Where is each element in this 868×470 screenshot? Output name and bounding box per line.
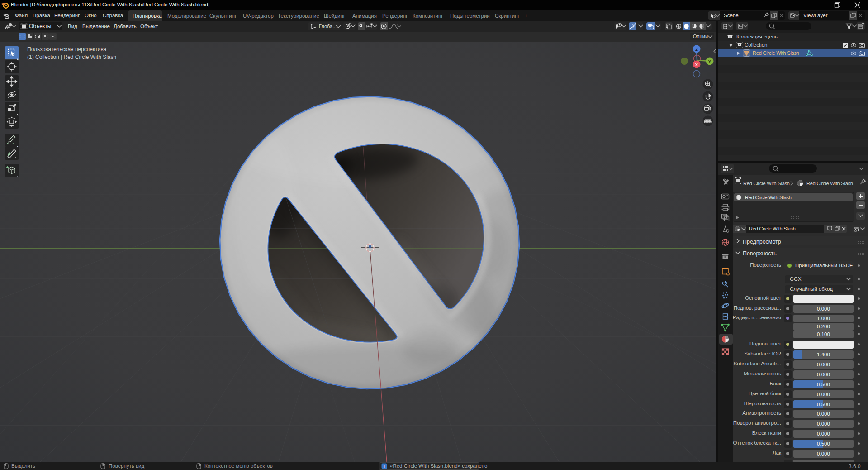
- svg-text:Z: Z: [695, 47, 698, 52]
- svg-text:i: i: [384, 464, 385, 469]
- svg-text:X: X: [695, 62, 698, 67]
- svg-text:Y: Y: [708, 59, 711, 64]
